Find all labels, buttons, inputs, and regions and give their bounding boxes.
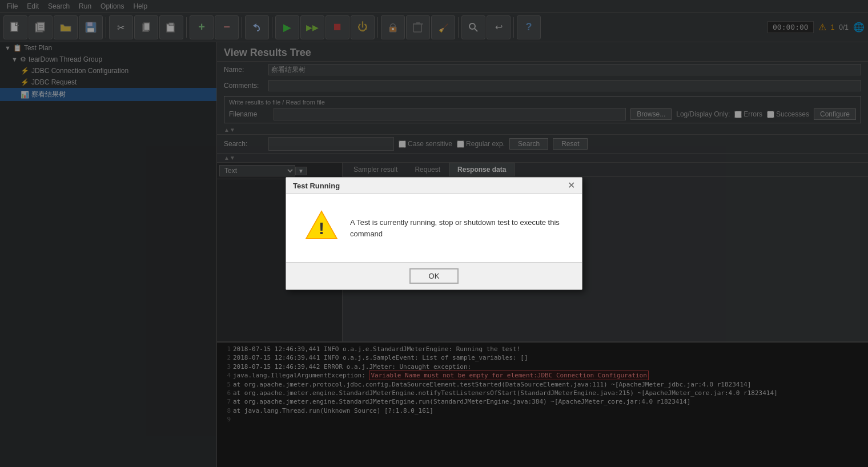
- dialog-title: Test Running: [293, 182, 340, 190]
- dialog-ok-button[interactable]: OK: [409, 268, 459, 284]
- dialog-body: ! A Test is currently running, stop or s…: [286, 194, 582, 262]
- svg-text:!: !: [319, 219, 324, 237]
- dialog-message: A Test is currently running, stop or shu…: [350, 217, 564, 239]
- dialog: Test Running ✕ ! A Test is currently run…: [286, 177, 582, 290]
- dialog-overlay: Test Running ✕ ! A Test is currently run…: [0, 0, 868, 467]
- dialog-titlebar: Test Running ✕: [286, 178, 582, 194]
- dialog-close-button[interactable]: ✕: [568, 181, 575, 190]
- dialog-warning-icon: !: [304, 208, 339, 248]
- dialog-footer: OK: [286, 262, 582, 289]
